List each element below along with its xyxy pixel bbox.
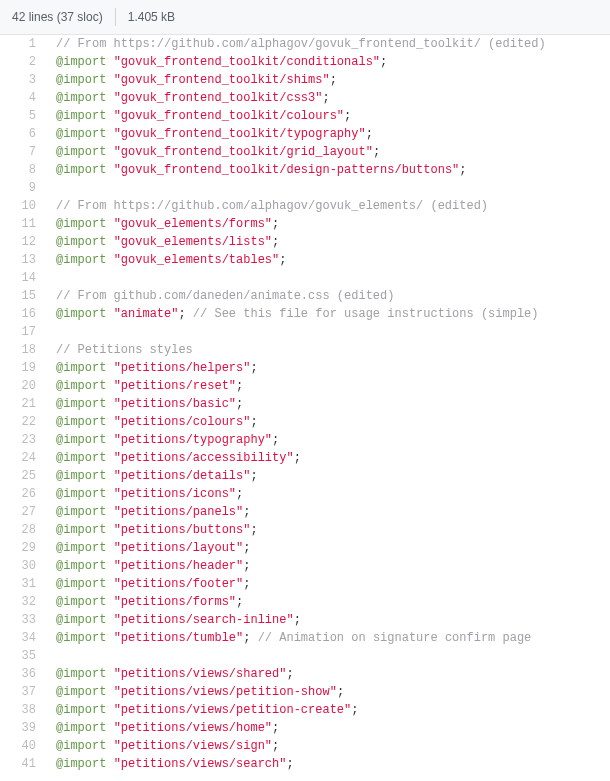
code-line: 31@import "petitions/footer"; [0,575,610,593]
token-semi: ; [243,577,250,591]
line-number[interactable]: 7 [0,143,50,161]
line-content[interactable] [50,323,56,341]
line-number[interactable]: 8 [0,161,50,179]
line-content[interactable]: @import "govuk_frontend_toolkit/css3"; [50,89,330,107]
line-number[interactable]: 36 [0,665,50,683]
line-number[interactable]: 4 [0,89,50,107]
line-number[interactable]: 28 [0,521,50,539]
line-number[interactable]: 16 [0,305,50,323]
token-keyword: @import [56,379,106,393]
line-number[interactable]: 17 [0,323,50,341]
line-content[interactable] [50,179,56,197]
line-number[interactable]: 14 [0,269,50,287]
line-number[interactable]: 25 [0,467,50,485]
line-number[interactable]: 21 [0,395,50,413]
line-number[interactable]: 37 [0,683,50,701]
token-semi: ; [236,487,243,501]
line-number[interactable]: 13 [0,251,50,269]
line-content[interactable]: @import "petitions/forms"; [50,593,243,611]
line-number[interactable]: 2 [0,53,50,71]
token-keyword: @import [56,433,106,447]
line-number[interactable]: 18 [0,341,50,359]
line-number[interactable]: 35 [0,647,50,665]
token-semi: ; [272,235,279,249]
line-content[interactable]: @import "petitions/views/petition-show"; [50,683,344,701]
line-number[interactable]: 30 [0,557,50,575]
token-keyword: @import [56,55,106,69]
line-number[interactable]: 40 [0,737,50,755]
token-string: "petitions/typography" [114,433,272,447]
token-semi: ; [272,739,279,753]
token-keyword: @import [56,451,106,465]
line-number[interactable]: 32 [0,593,50,611]
token-plain [106,613,113,627]
line-content[interactable]: @import "petitions/details"; [50,467,258,485]
line-content[interactable]: @import "petitions/footer"; [50,575,250,593]
line-number[interactable]: 41 [0,755,50,773]
line-content[interactable]: @import "govuk_frontend_toolkit/design-p… [50,161,466,179]
token-string: "petitions/details" [114,469,251,483]
line-content[interactable] [50,647,56,665]
line-number[interactable]: 20 [0,377,50,395]
token-plain [106,217,113,231]
line-content[interactable]: @import "petitions/views/search"; [50,755,294,773]
line-number[interactable]: 12 [0,233,50,251]
line-content[interactable]: @import "petitions/accessibility"; [50,449,301,467]
line-content[interactable]: @import "govuk_elements/lists"; [50,233,279,251]
line-content[interactable]: @import "govuk_elements/tables"; [50,251,286,269]
line-content[interactable]: @import "petitions/layout"; [50,539,250,557]
line-content[interactable]: @import "govuk_frontend_toolkit/grid_lay… [50,143,380,161]
line-number[interactable]: 38 [0,701,50,719]
line-number[interactable]: 19 [0,359,50,377]
token-plain [106,577,113,591]
code-line: 12@import "govuk_elements/lists"; [0,233,610,251]
line-content[interactable]: @import "animate"; // See this file for … [50,305,539,323]
line-content[interactable]: // From https://github.com/alphagov/govu… [50,197,488,215]
line-content[interactable] [50,269,56,287]
line-number[interactable]: 9 [0,179,50,197]
line-content[interactable]: @import "petitions/views/petition-create… [50,701,358,719]
line-number[interactable]: 1 [0,35,50,53]
line-content[interactable]: // Petitions styles [50,341,193,359]
line-content[interactable]: @import "petitions/views/home"; [50,719,279,737]
line-number[interactable]: 23 [0,431,50,449]
line-content[interactable]: // From https://github.com/alphagov/govu… [50,35,546,53]
line-content[interactable]: @import "petitions/basic"; [50,395,243,413]
line-content[interactable]: @import "petitions/icons"; [50,485,243,503]
line-number[interactable]: 24 [0,449,50,467]
line-number[interactable]: 11 [0,215,50,233]
line-number[interactable]: 5 [0,107,50,125]
line-number[interactable]: 34 [0,629,50,647]
line-number[interactable]: 22 [0,413,50,431]
line-content[interactable]: @import "petitions/search-inline"; [50,611,301,629]
line-content[interactable]: @import "petitions/colours"; [50,413,258,431]
line-number[interactable]: 27 [0,503,50,521]
token-plain [106,397,113,411]
line-number[interactable]: 39 [0,719,50,737]
line-content[interactable]: @import "petitions/views/sign"; [50,737,279,755]
line-number[interactable]: 15 [0,287,50,305]
line-content[interactable]: @import "petitions/tumble"; // Animation… [50,629,531,647]
line-number[interactable]: 6 [0,125,50,143]
line-content[interactable]: @import "govuk_frontend_toolkit/colours"… [50,107,351,125]
line-number[interactable]: 10 [0,197,50,215]
line-content[interactable]: @import "petitions/helpers"; [50,359,258,377]
line-number[interactable]: 3 [0,71,50,89]
line-number[interactable]: 31 [0,575,50,593]
line-number[interactable]: 26 [0,485,50,503]
token-plain [106,541,113,555]
code-line: 25@import "petitions/details"; [0,467,610,485]
line-content[interactable]: @import "petitions/typography"; [50,431,279,449]
line-content[interactable]: @import "govuk_frontend_toolkit/typograp… [50,125,373,143]
line-number[interactable]: 33 [0,611,50,629]
line-content[interactable]: @import "petitions/reset"; [50,377,243,395]
line-number[interactable]: 29 [0,539,50,557]
line-content[interactable]: @import "govuk_frontend_toolkit/conditio… [50,53,387,71]
line-content[interactable]: // From github.com/daneden/animate.css (… [50,287,394,305]
line-content[interactable]: @import "govuk_elements/forms"; [50,215,279,233]
line-content[interactable]: @import "petitions/panels"; [50,503,250,521]
line-content[interactable]: @import "petitions/views/shared"; [50,665,294,683]
line-content[interactable]: @import "petitions/buttons"; [50,521,258,539]
line-content[interactable]: @import "petitions/header"; [50,557,250,575]
line-content[interactable]: @import "govuk_frontend_toolkit/shims"; [50,71,337,89]
